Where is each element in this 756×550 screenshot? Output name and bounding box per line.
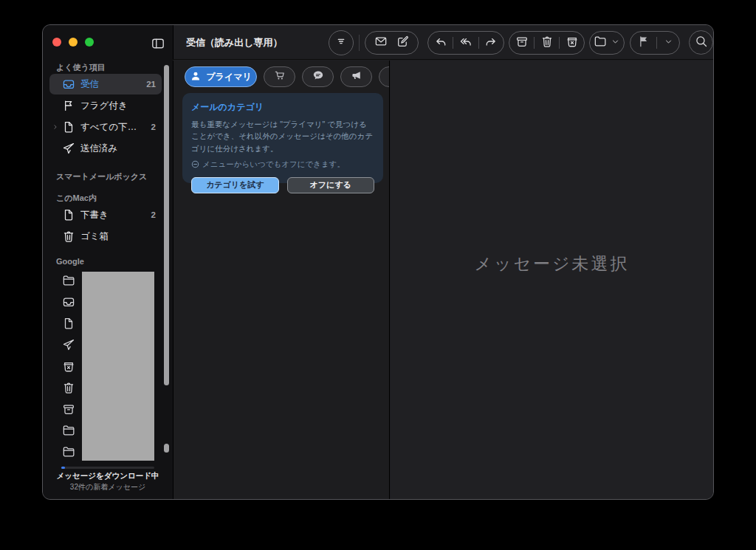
trash-icon[interactable] [62, 381, 75, 394]
status-subtext: 32件の新着メッセージ [43, 482, 173, 492]
person-icon [190, 70, 202, 84]
search-icon [695, 35, 708, 51]
turn-off-button[interactable]: オフにする [287, 177, 375, 193]
sidebar-item-label: 受信 [80, 78, 146, 91]
more-circle-icon [191, 160, 199, 168]
trash-icon [62, 230, 75, 243]
try-categories-button[interactable]: カテゴリを試す [191, 177, 279, 193]
get-mail-button[interactable] [374, 35, 388, 51]
close-button[interactable] [52, 38, 61, 47]
sidebar-item-drafts[interactable]: 下書き 2 [49, 204, 162, 225]
megaphone-icon [351, 69, 362, 84]
sidebar-item-label: すべての下… [80, 121, 151, 134]
minimize-button[interactable] [69, 38, 78, 47]
junk-button[interactable] [566, 35, 579, 51]
sidebar-item-flagged[interactable]: フラグ付き [49, 95, 162, 116]
sidebar-item-label: 送信済み [80, 142, 162, 155]
archive-icon[interactable] [62, 402, 75, 416]
tab-updates[interactable] [302, 66, 334, 87]
move-to-folder-group [589, 31, 625, 55]
sidebar-item-sent[interactable]: 送信済み [49, 138, 162, 159]
folder-icon[interactable] [62, 274, 75, 287]
reply-all-button[interactable] [459, 35, 472, 51]
chevron-down-icon[interactable] [664, 36, 673, 49]
sidebar-item-trash[interactable]: ゴミ箱 [49, 226, 162, 247]
sidebar-item-label: ゴミ箱 [80, 230, 162, 243]
folder-icon[interactable] [62, 445, 75, 458]
section-header-favorites: よく使う項目 [56, 62, 106, 73]
cart-icon [274, 69, 286, 84]
inbox-icon[interactable] [62, 295, 75, 309]
download-progress-bar [61, 467, 154, 469]
sidebar-item-label: 下書き [80, 209, 151, 221]
tab-promotions[interactable] [340, 66, 372, 87]
document-icon [62, 208, 75, 221]
tab-transactions[interactable] [264, 66, 295, 87]
unread-count-badge: 21 [146, 80, 156, 89]
window-title: 受信（読み出し専用） [186, 36, 283, 49]
card-body-text: 最も重要なメッセージは "プライマリ" で見つけることができ、それ以外のメッセー… [191, 118, 374, 154]
chat-icon [312, 69, 324, 84]
mail-actions-group [365, 31, 419, 55]
redacted-mailbox-labels [82, 272, 154, 461]
no-message-selected-text: メッセージ未選択 [391, 252, 713, 275]
card-note: メニューからいつでもオフにできます。 [191, 159, 374, 170]
delete-actions-group [509, 31, 585, 55]
sidebar-toggle-icon[interactable] [151, 36, 165, 51]
filter-icon [334, 35, 348, 51]
compose-button[interactable] [396, 35, 409, 51]
sidebar-item-all-drafts[interactable]: すべての下… 2 [49, 117, 162, 137]
sidebar-item-label: フラグ付き [80, 100, 162, 112]
archive-button[interactable] [515, 35, 529, 51]
reply-actions-group [427, 31, 504, 55]
card-note-text: メニューからいつでもオフにできます。 [202, 159, 345, 170]
tab-label: プライマリ [206, 71, 251, 83]
status-text: メッセージをダウンロード中 [43, 471, 173, 481]
folder-icon[interactable] [62, 424, 75, 437]
zoom-button[interactable] [85, 38, 94, 47]
filter-button[interactable] [329, 30, 354, 55]
disclosure-chevron-icon[interactable] [52, 123, 62, 131]
count-badge: 2 [151, 123, 156, 131]
document-icon[interactable] [62, 317, 75, 330]
forward-button[interactable] [484, 35, 498, 51]
content-region: 受信（読み出し専用） [173, 25, 713, 499]
sidebar: よく使う項目 受信 21 フラグ付き すべての下… 2 送信済み スマートメール… [43, 25, 173, 499]
toolbar-divider [359, 35, 360, 51]
tab-primary[interactable]: プライマリ [185, 66, 257, 87]
message-list: プライマリ メールのカテゴリ 最も重要なメッセージは "プライマリ" で見つける… [173, 61, 390, 499]
junk-icon[interactable] [62, 360, 75, 373]
trash-button[interactable] [540, 35, 554, 51]
folder-icon[interactable] [594, 35, 607, 51]
search-button[interactable] [689, 30, 713, 55]
section-header-smart-mailboxes: スマートメールボックス [56, 171, 147, 182]
inbox-icon [62, 78, 75, 91]
count-badge: 2 [151, 210, 156, 219]
sidebar-item-inbox[interactable]: 受信 21 [49, 74, 162, 94]
chevron-down-icon[interactable] [611, 36, 620, 49]
tab-partial[interactable] [379, 66, 390, 87]
section-header-on-my-mac: このMac内 [56, 193, 97, 204]
paper-plane-icon[interactable] [62, 338, 75, 351]
section-header-google: Google [56, 257, 84, 266]
sidebar-scrollbar[interactable] [164, 65, 169, 385]
mail-window: よく使う項目 受信 21 フラグ付き すべての下… 2 送信済み スマートメール… [42, 24, 714, 500]
toolbar: 受信（読み出し専用） [173, 25, 713, 60]
sidebar-scrollbar-fragment[interactable] [164, 444, 169, 453]
reply-button[interactable] [434, 35, 447, 51]
mail-categories-card: メールのカテゴリ 最も重要なメッセージは "プライマリ" で見つけることができ、… [182, 93, 383, 183]
paper-plane-icon [62, 142, 75, 155]
card-title: メールのカテゴリ [191, 101, 374, 114]
document-icon [62, 120, 75, 134]
flag-icon[interactable] [637, 35, 650, 51]
window-controls [52, 38, 94, 47]
flag-actions-group [630, 31, 680, 55]
message-view-pane: メッセージ未選択 [391, 61, 713, 499]
flag-icon [62, 99, 75, 112]
